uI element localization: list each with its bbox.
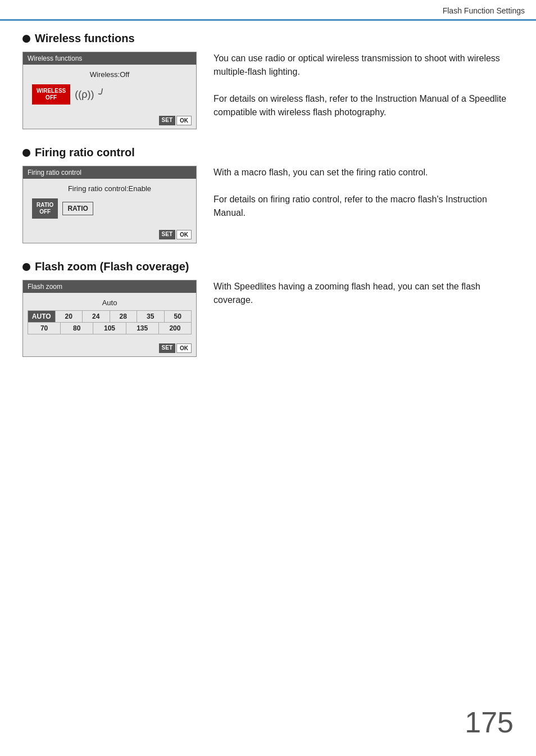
bullet-dot-zoom	[22, 263, 30, 271]
firing-status: Firing ratio control:Enable	[28, 184, 192, 193]
wireless-off-box: WIRELESS OFF	[32, 84, 70, 105]
firing-description: With a macro flash, you can set the firi…	[214, 166, 514, 243]
firing-desc-1: With a macro flash, you can set the firi…	[214, 166, 514, 179]
zoom-cell-135: 135	[126, 323, 158, 334]
zoom-lcd-panel: Flash zoom Auto AUTO 20 24 28 35 50 70 8…	[22, 280, 197, 357]
bullet-dot-firing	[22, 149, 30, 157]
zoom-cell-35: 35	[137, 311, 164, 322]
zoom-lcd-title: Flash zoom	[23, 280, 196, 293]
zoom-grid-row2: 70 80 105 135 200	[28, 323, 192, 334]
zoom-cell-70: 70	[28, 323, 60, 334]
page-header-title: Flash Function Settings	[443, 6, 525, 15]
zoom-grid-row1: AUTO 20 24 28 35 50	[28, 310, 192, 323]
zoom-cell-20: 20	[56, 311, 83, 322]
ratio-box: RATIO	[62, 202, 93, 215]
zoom-set-ok: SET OK	[159, 343, 192, 353]
firing-set-badge: SET	[159, 230, 175, 239]
main-content: Wireless functions Wireless functions Wi…	[0, 21, 536, 396]
zoom-cell-50: 50	[165, 311, 192, 322]
wireless-desc-2: For details on wireless flash, refer to …	[214, 92, 514, 119]
zoom-ok-badge: OK	[176, 343, 192, 353]
zoom-auto-label: Auto	[28, 298, 192, 307]
wireless-desc-1: You can use radio or optical wireless tr…	[214, 52, 514, 79]
zoom-cell-24: 24	[83, 311, 110, 322]
zoom-lcd-wrapper: Flash zoom Auto AUTO 20 24 28 35 50 70 8…	[22, 280, 197, 357]
zoom-desc-1: With Speedlites having a zooming flash h…	[214, 280, 514, 307]
wireless-lcd-body: Wireless:Off WIRELESS OFF ((ρ)) ╯	[23, 65, 196, 112]
bullet-dot-wireless	[22, 35, 30, 43]
zoom-cell-80: 80	[61, 323, 93, 334]
wireless-lcd-title: Wireless functions	[23, 52, 196, 65]
zoom-cell-28: 28	[110, 311, 137, 322]
firing-lcd-footer: SET OK	[23, 227, 196, 243]
zoom-set-badge: SET	[159, 343, 175, 353]
wireless-description: You can use radio or optical wireless tr…	[214, 52, 514, 129]
zoom-cell-200: 200	[159, 323, 191, 334]
lightning-icon: ╯	[98, 88, 106, 101]
zoom-lcd-body: Auto AUTO 20 24 28 35 50 70 80 105 135	[23, 293, 196, 340]
firing-lcd-wrapper: Firing ratio control Firing ratio contro…	[22, 166, 197, 243]
section-wireless: Wireless functions Wireless:Off WIRELESS…	[22, 52, 514, 129]
section-heading-wireless: Wireless functions	[22, 32, 514, 45]
wireless-set-ok: SET OK	[159, 116, 192, 125]
firing-lcd-title: Firing ratio control	[23, 166, 196, 179]
wireless-lcd-panel: Wireless functions Wireless:Off WIRELESS…	[22, 52, 197, 129]
radio-wave-icon: ((ρ))	[75, 89, 94, 101]
firing-set-ok: SET OK	[159, 230, 192, 239]
firing-lcd-body: Firing ratio control:Enable RATIO OFF RA…	[23, 179, 196, 227]
section-zoom: Flash zoom Auto AUTO 20 24 28 35 50 70 8…	[22, 280, 514, 357]
zoom-lcd-footer: SET OK	[23, 340, 196, 356]
section-heading-zoom: Flash zoom (Flash coverage)	[22, 260, 514, 273]
firing-icons-row: RATIO OFF RATIO	[28, 196, 192, 221]
page-header: Flash Function Settings	[0, 0, 536, 21]
firing-desc-2: For details on firing ratio control, ref…	[214, 193, 514, 220]
wireless-set-badge: SET	[159, 116, 175, 125]
page-number: 175	[465, 705, 514, 739]
firing-lcd-panel: Firing ratio control Firing ratio contro…	[22, 166, 197, 243]
wireless-ok-badge: OK	[176, 116, 192, 125]
wireless-icons-row: WIRELESS OFF ((ρ)) ╯	[28, 82, 192, 107]
zoom-description: With Speedlites having a zooming flash h…	[214, 280, 514, 357]
zoom-cell-auto: AUTO	[28, 311, 55, 322]
wireless-lcd-wrapper: Wireless functions Wireless:Off WIRELESS…	[22, 52, 197, 129]
section-firing: Firing ratio control Firing ratio contro…	[22, 166, 514, 243]
section-heading-firing: Firing ratio control	[22, 146, 514, 159]
wireless-lcd-footer: SET OK	[23, 112, 196, 129]
zoom-cell-105: 105	[93, 323, 125, 334]
firing-ok-badge: OK	[176, 230, 192, 239]
wireless-status: Wireless:Off	[28, 70, 192, 79]
ratio-off-box: RATIO OFF	[32, 198, 58, 219]
